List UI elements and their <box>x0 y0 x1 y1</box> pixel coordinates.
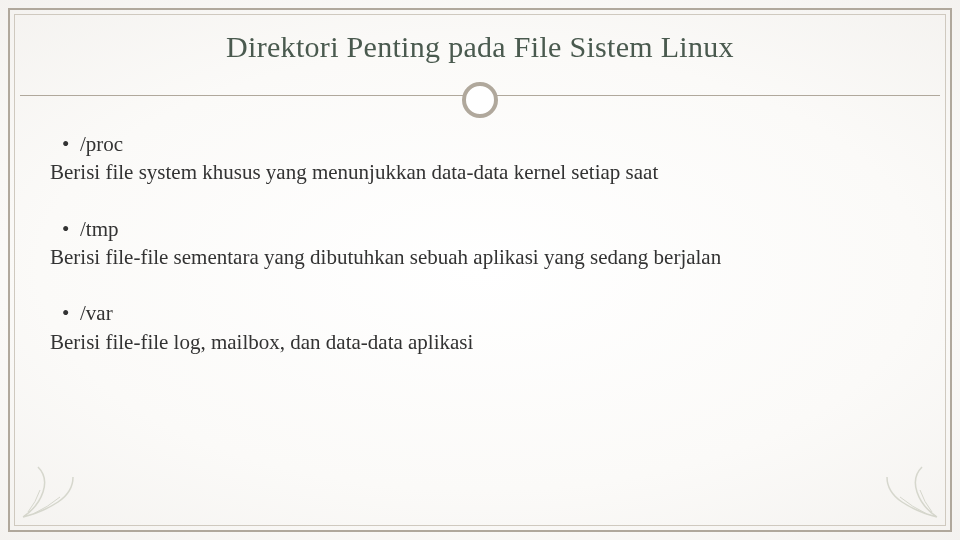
bullet-line: •/var <box>50 299 910 327</box>
corner-ornament-icon <box>18 452 88 522</box>
directory-description: Berisi file-file log, mailbox, dan data-… <box>50 328 910 356</box>
title-ornament-circle <box>462 82 498 118</box>
content-area: •/proc Berisi file system khusus yang me… <box>50 130 910 384</box>
directory-description: Berisi file-file sementara yang dibutuhk… <box>50 243 910 271</box>
bullet-icon: • <box>62 215 80 243</box>
directory-name: /tmp <box>80 217 119 241</box>
directory-name: /proc <box>80 132 123 156</box>
bullet-line: •/proc <box>50 130 910 158</box>
directory-name: /var <box>80 301 113 325</box>
slide-title: Direktori Penting pada File Sistem Linux <box>0 30 960 64</box>
directory-description: Berisi file system khusus yang menunjukk… <box>50 158 910 186</box>
bullet-icon: • <box>62 299 80 327</box>
corner-ornament-icon <box>872 452 942 522</box>
list-item: •/proc Berisi file system khusus yang me… <box>50 130 910 187</box>
bullet-line: •/tmp <box>50 215 910 243</box>
list-item: •/var Berisi file-file log, mailbox, dan… <box>50 299 910 356</box>
bullet-icon: • <box>62 130 80 158</box>
list-item: •/tmp Berisi file-file sementara yang di… <box>50 215 910 272</box>
slide: Direktori Penting pada File Sistem Linux… <box>0 0 960 540</box>
